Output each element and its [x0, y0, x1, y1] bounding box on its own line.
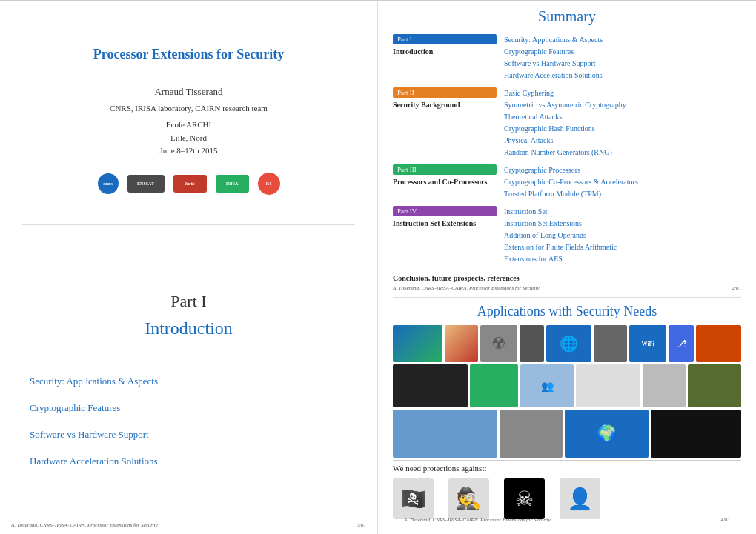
affiliation: CNRS, IRISA laboratory, CAIRN research t…: [22, 104, 355, 113]
usb-image: [520, 325, 544, 362]
part-iv-item-2[interactable]: Instruction Set Extensions: [504, 218, 741, 230]
toc-item-1[interactable]: Security: Applications & Aspects: [30, 368, 355, 395]
toc-item-2[interactable]: Cryptographic Features: [30, 395, 355, 421]
left-footer: A. Tisserand, CNRS–IRISA–CAIRN. Processo…: [11, 522, 366, 528]
part-iii-row: Part III Processors and Co-Processors: [393, 164, 497, 204]
part-iv-item-1[interactable]: Instruction Set: [504, 206, 741, 218]
summary-title: Summary: [393, 8, 741, 25]
network-image: 👥: [520, 364, 574, 407]
left-footer-text: A. Tisserand, CNRS–IRISA–CAIRN. Processo…: [11, 522, 158, 528]
summary-grid: Part I Introduction Security: Applicatio…: [393, 34, 741, 282]
rennes-logo: R1: [258, 173, 280, 195]
pirate-icon-4: 👤: [560, 478, 600, 519]
inria-logo: Inria: [173, 175, 207, 193]
venue-line2: Lille, Nord: [170, 133, 207, 142]
conclusion-text: Conclusion, future prospects, references: [393, 274, 520, 282]
part-iv-item-3[interactable]: Addition of Long Operands: [504, 230, 741, 241]
server-image: [393, 364, 468, 407]
part-ii-row: Part II Security Background: [393, 87, 497, 163]
venue-line1: École ARCHI: [166, 120, 211, 129]
app-page: 4/81: [721, 517, 730, 523]
part-ii-item-6[interactable]: Random Number Generators (RNG): [504, 147, 741, 158]
part-ii-badge: Part II: [393, 87, 497, 98]
conclusion-row: Conclusion, future prospects, references: [393, 274, 741, 282]
creditcard-image: [393, 325, 442, 362]
toc-item-4[interactable]: Hardware Acceleration Solutions: [30, 448, 355, 475]
part-iv-items: Instruction Set Instruction Set Extensio…: [504, 206, 741, 270]
app-title: Applications with Security Needs: [393, 304, 741, 319]
key-image: [594, 325, 627, 362]
left-page-number: 3/81: [357, 522, 366, 528]
part-i-items: Security: Applications & Aspects Cryptog…: [504, 34, 741, 86]
images-row-top: ☢ 🌐 WiFi ⎇: [393, 325, 741, 362]
venue: École ARCHI Lille, Nord June 8–12th 2015: [22, 119, 355, 158]
plane-image: [393, 410, 497, 458]
photo-image: [445, 325, 478, 362]
bluetooth-image: ⎇: [669, 325, 693, 362]
summary-footer: A. Tisserand, CNRS–IRISA–CAIRN. Processo…: [393, 285, 741, 291]
toc-item-3[interactable]: Software vs Hardware Support: [30, 421, 355, 448]
part-ii-item-2[interactable]: Symmetric vs Asymmetric Cryptography: [504, 99, 741, 111]
part-iii-item-1[interactable]: Cryptographic Processors: [504, 164, 741, 176]
part-ii-item-3[interactable]: Theoretical Attacks: [504, 111, 741, 123]
card2-image: [500, 410, 563, 458]
part-i-row: Part I Introduction: [393, 34, 497, 86]
part-i-item-3[interactable]: Software vs Hardware Support: [504, 58, 741, 70]
part-iv-item-5[interactable]: Extensions for AES: [504, 253, 741, 265]
phone-image: [470, 364, 518, 407]
intro-title: Introduction: [145, 318, 233, 338]
part-iii-items: Cryptographic Processors Cryptographic C…: [504, 164, 741, 204]
app-footer: A. Tisserand, CNRS–IRISA–CAIRN. Processo…: [404, 517, 730, 523]
part-i-badge: Part I: [393, 34, 497, 44]
intro-toc: Security: Applications & Aspects Cryptog…: [22, 368, 355, 475]
part-i-item-4[interactable]: Hardware Acceleration Solutions: [504, 70, 741, 81]
part-iv-badge: Part IV: [393, 206, 497, 216]
part-ii-items: Basic Cyphering Symmetric vs Asymmetric …: [504, 87, 741, 163]
keyboard-image: [576, 364, 640, 407]
summary-slide: Summary Part I Introduction Security: Ap…: [393, 8, 741, 298]
venue-line3: June 8–12th 2015: [159, 146, 217, 155]
summary-page: 2/81: [732, 285, 741, 291]
summary-footer-text: A. Tisserand, CNRS–IRISA–CAIRN. Processo…: [393, 285, 540, 291]
part-ii-label: Security Background: [393, 101, 497, 109]
earth-image: 🌍: [565, 410, 649, 458]
part-label: Part I: [170, 292, 206, 311]
wifi-image: WiFi: [629, 325, 666, 362]
title-slide: Processor Extensions for Security Arnaud…: [22, 16, 355, 225]
logos-row: cnrs ENSSAT Inria IRISA R1: [22, 173, 355, 195]
part-iv-row: Part IV Instruction Set Extensions: [393, 206, 497, 270]
irisa-logo: IRISA: [216, 175, 249, 193]
slide-title: Processor Extensions for Security: [22, 45, 355, 64]
fingerprint-image: ☢: [480, 325, 517, 362]
part-ii-item-4[interactable]: Cryptographic Hash Functions: [504, 123, 741, 135]
part-iii-item-2[interactable]: Cryptographic Co-Processors & Accelerato…: [504, 176, 741, 188]
part-i-item-1[interactable]: Security: Applications & Aspects: [504, 34, 741, 46]
applications-slide: Applications with Security Needs ☢ 🌐 WiF…: [393, 298, 741, 527]
pirates-row: 🏴‍☠️ 🕵️ ☠ 👤: [393, 475, 741, 519]
intro-slide: Part I Introduction Security: Applicatio…: [22, 225, 355, 519]
we-need-text: We need protections against:: [393, 464, 741, 473]
app-footer-text: A. Tisserand, CNRS–IRISA–CAIRN. Processo…: [404, 517, 551, 523]
images-row-bottom: 🌍: [393, 410, 741, 458]
part-ii-item-5[interactable]: Physical Attacks: [504, 135, 741, 147]
part-ii-item-1[interactable]: Basic Cyphering: [504, 87, 741, 99]
screen-image: [651, 410, 741, 458]
pirate-icon-2: 🕵️: [448, 478, 489, 519]
pirate-icon-1: 🏴‍☠️: [393, 478, 434, 519]
author-name: Arnaud Tisserand: [22, 86, 355, 98]
part-i-label: Introduction: [393, 47, 497, 56]
globe-image: 🌐: [546, 325, 591, 362]
pirate-icon-3: ☠: [504, 478, 545, 519]
part-iii-label: Processors and Co-Processors: [393, 178, 497, 186]
rover-image: [696, 325, 741, 362]
part-iii-badge: Part III: [393, 164, 497, 175]
separator: [393, 460, 741, 461]
tank-image: [688, 364, 741, 407]
part-iv-item-4[interactable]: Extension for Finite Fields Arithmetic: [504, 241, 741, 253]
part-iv-label: Instruction Set Extensions: [393, 219, 497, 227]
part-iii-item-3[interactable]: Trusted Platform Module (TPM): [504, 188, 741, 200]
part-i-item-2[interactable]: Cryptographic Features: [504, 46, 741, 58]
printer-image: [643, 364, 686, 407]
cnrs-logo: cnrs: [98, 173, 119, 194]
images-row-middle: 👥: [393, 364, 741, 407]
